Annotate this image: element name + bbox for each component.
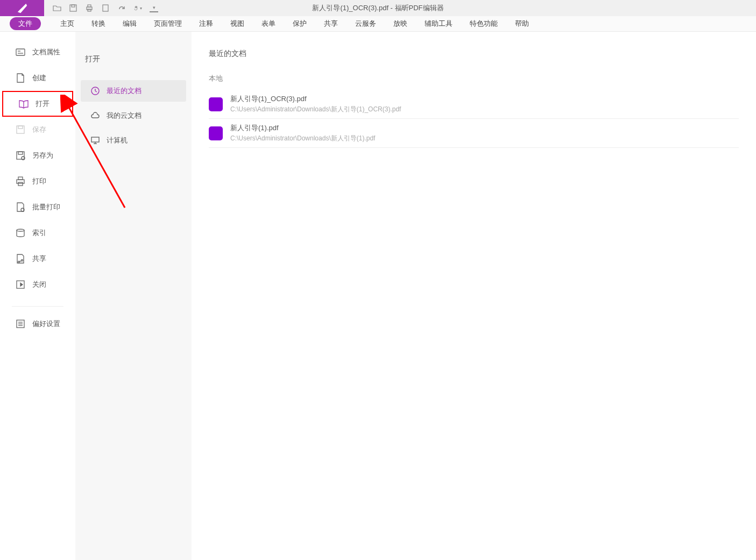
svg-rect-10	[17, 126, 24, 133]
recent-heading: 最近的文档	[209, 49, 739, 59]
print-icon[interactable]	[85, 4, 94, 12]
sidebar-item-save-as[interactable]: 另存为	[0, 143, 75, 168]
svg-point-19	[17, 229, 24, 231]
source-cloud[interactable]: 我的云文档	[81, 105, 186, 126]
undo-icon[interactable]	[101, 4, 110, 12]
tab-share[interactable]: 共享	[315, 19, 347, 29]
tab-cloud[interactable]: 云服务	[347, 19, 385, 29]
file-menu-sidebar: 文档属性 创建 打开 保存 另存为 打印 批量打印 索引	[0, 32, 75, 560]
doc-name: 新人引导(1)_OCR(3).pdf	[230, 94, 401, 104]
sidebar-item-print[interactable]: 打印	[0, 168, 75, 194]
doc-path: C:\Users\Administrator\Downloads\新人引导(1)…	[230, 105, 401, 114]
computer-icon	[90, 136, 100, 145]
sidebar-item-share[interactable]: 共享	[0, 246, 75, 272]
sidebar-item-properties[interactable]: 文档属性	[0, 39, 75, 65]
open-panel-title: 打开	[75, 49, 192, 77]
sidebar-item-save: 保存	[0, 117, 75, 143]
svg-rect-12	[17, 152, 24, 159]
batch-print-icon	[15, 202, 26, 212]
redo-icon[interactable]	[117, 4, 126, 12]
sidebar-item-label: 另存为	[32, 151, 53, 160]
printer-icon	[15, 176, 26, 187]
source-recent[interactable]: 最近的文档	[81, 80, 186, 102]
qat-dropdown-icon[interactable]: ▾	[150, 4, 158, 12]
svg-rect-15	[17, 180, 24, 183]
sidebar-item-label: 打开	[36, 99, 50, 109]
sidebar-item-label: 保存	[32, 125, 46, 134]
tab-view[interactable]: 视图	[222, 19, 253, 29]
tab-comment[interactable]: 注释	[190, 19, 222, 29]
svg-rect-1	[72, 5, 75, 7]
svg-rect-5	[103, 5, 108, 11]
recent-documents-panel: 最近的文档 本地 新人引导(1)_OCR(3).pdf C:\Users\Adm…	[192, 32, 756, 560]
sidebar-item-create[interactable]: 创建	[0, 65, 75, 91]
sidebar-item-preferences[interactable]: 偏好设置	[0, 311, 75, 337]
source-computer[interactable]: 计算机	[81, 130, 186, 151]
tab-edit[interactable]: 编辑	[114, 19, 145, 29]
open-book-icon	[18, 98, 29, 109]
settings-icon	[15, 318, 26, 329]
sidebar-item-label: 文档属性	[32, 47, 60, 57]
share-icon	[15, 253, 26, 264]
card-icon	[15, 47, 26, 58]
tab-protect[interactable]: 保护	[284, 19, 315, 29]
window-title: 新人引导(1)_OCR(3).pdf - 福昕PDF编辑器	[312, 3, 443, 13]
sidebar-item-label: 批量打印	[32, 202, 60, 212]
svg-rect-11	[18, 126, 23, 129]
sidebar-item-label: 共享	[32, 254, 46, 264]
tab-convert[interactable]: 转换	[83, 19, 114, 29]
tab-help[interactable]: 帮助	[506, 19, 538, 29]
save-icon[interactable]	[69, 4, 77, 12]
open-sources-panel: 打开 最近的文档 我的云文档 计算机	[75, 32, 192, 560]
sidebar-item-label: 索引	[32, 228, 46, 238]
recent-doc-row[interactable]: 新人引导(1).pdf C:\Users\Administrator\Downl…	[209, 119, 739, 148]
sidebar-item-open[interactable]: 打开	[2, 91, 73, 117]
svg-rect-6	[16, 49, 25, 55]
svg-line-22	[19, 261, 22, 261]
svg-rect-17	[18, 182, 23, 186]
clock-icon	[90, 86, 100, 96]
ribbon-tabs: 文件 主页 转换 编辑 页面管理 注释 视图 表单 保护 共享 云服务 放映 辅…	[0, 16, 756, 32]
sidebar-item-label: 创建	[32, 73, 46, 83]
sidebar-item-batch-print[interactable]: 批量打印	[0, 194, 75, 220]
svg-rect-3	[88, 5, 91, 7]
pdf-icon	[209, 97, 223, 111]
index-icon	[15, 228, 26, 238]
doc-name: 新人引导(1).pdf	[230, 123, 375, 133]
svg-rect-29	[91, 137, 99, 142]
open-icon[interactable]	[53, 4, 61, 12]
sidebar-item-close[interactable]: 关闭	[0, 272, 75, 297]
sidebar-item-label: 偏好设置	[32, 319, 60, 329]
sidebar-item-index[interactable]: 索引	[0, 220, 75, 246]
pdf-icon	[209, 126, 223, 140]
tab-features[interactable]: 特色功能	[461, 19, 506, 29]
sidebar-divider	[12, 306, 63, 307]
save-as-icon	[15, 150, 26, 161]
cloud-icon	[90, 111, 100, 120]
tab-home[interactable]: 主页	[52, 19, 83, 29]
close-doc-icon	[15, 279, 26, 290]
sidebar-item-label: 关闭	[32, 280, 46, 289]
svg-rect-0	[70, 5, 76, 11]
doc-path: C:\Users\Administrator\Downloads\新人引导(1)…	[230, 134, 375, 143]
new-doc-icon	[15, 73, 26, 83]
tab-accessibility[interactable]: 辅助工具	[416, 19, 461, 29]
source-label: 最近的文档	[107, 86, 142, 96]
sidebar-item-label: 打印	[32, 176, 46, 186]
hand-tool-icon[interactable]: ▾	[133, 4, 142, 12]
svg-rect-16	[18, 177, 23, 180]
app-logo	[0, 0, 44, 16]
title-bar: ▾ ▾ 新人引导(1)_OCR(3).pdf - 福昕PDF编辑器	[0, 0, 756, 16]
tab-page-manage[interactable]: 页面管理	[145, 19, 190, 29]
tab-present[interactable]: 放映	[385, 19, 416, 29]
recent-doc-row[interactable]: 新人引导(1)_OCR(3).pdf C:\Users\Administrato…	[209, 90, 739, 119]
tab-file[interactable]: 文件	[10, 17, 41, 30]
source-label: 我的云文档	[107, 111, 142, 120]
source-label: 计算机	[107, 136, 128, 145]
quick-access-toolbar: ▾ ▾	[44, 4, 158, 12]
svg-rect-13	[18, 152, 23, 154]
tab-form[interactable]: 表单	[253, 19, 284, 29]
local-section-label: 本地	[209, 74, 739, 83]
save-icon	[15, 124, 26, 135]
